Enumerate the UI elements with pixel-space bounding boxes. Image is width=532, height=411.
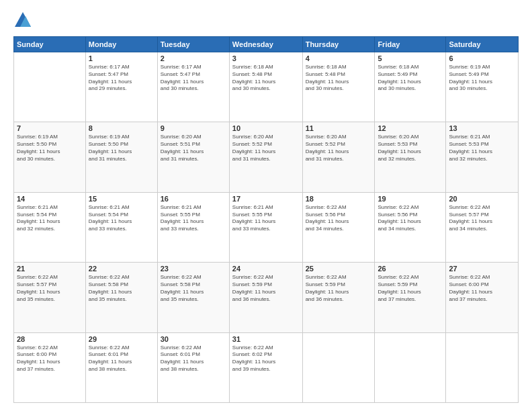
calendar-cell: 25Sunrise: 6:22 AM Sunset: 5:59 PM Dayli… bbox=[302, 263, 375, 332]
day-number: 25 bbox=[306, 265, 372, 273]
calendar-cell bbox=[302, 332, 375, 402]
header bbox=[13, 11, 519, 30]
day-number: 11 bbox=[306, 124, 372, 132]
day-info: Sunrise: 6:22 AM Sunset: 5:56 PM Dayligh… bbox=[378, 204, 443, 233]
day-info: Sunrise: 6:22 AM Sunset: 5:59 PM Dayligh… bbox=[306, 274, 372, 303]
calendar-cell: 1Sunrise: 6:17 AM Sunset: 5:47 PM Daylig… bbox=[85, 52, 157, 122]
day-number: 13 bbox=[449, 124, 515, 132]
day-info: Sunrise: 6:21 AM Sunset: 5:55 PM Dayligh… bbox=[161, 204, 226, 233]
calendar-cell: 8Sunrise: 6:19 AM Sunset: 5:50 PM Daylig… bbox=[85, 122, 157, 192]
day-number: 2 bbox=[161, 54, 226, 62]
calendar-cell: 4Sunrise: 6:18 AM Sunset: 5:48 PM Daylig… bbox=[302, 52, 375, 122]
calendar-table: SundayMondayTuesdayWednesdayThursdayFrid… bbox=[13, 36, 519, 403]
calendar-week-2: 7Sunrise: 6:19 AM Sunset: 5:50 PM Daylig… bbox=[14, 122, 519, 192]
day-number: 12 bbox=[378, 124, 443, 132]
day-info: Sunrise: 6:19 AM Sunset: 5:50 PM Dayligh… bbox=[89, 134, 154, 163]
calendar-cell: 30Sunrise: 6:22 AM Sunset: 6:01 PM Dayli… bbox=[157, 332, 229, 402]
calendar-cell: 15Sunrise: 6:21 AM Sunset: 5:54 PM Dayli… bbox=[85, 192, 157, 262]
calendar-cell: 18Sunrise: 6:22 AM Sunset: 5:56 PM Dayli… bbox=[302, 192, 375, 262]
day-number: 18 bbox=[306, 195, 372, 203]
calendar-cell: 7Sunrise: 6:19 AM Sunset: 5:50 PM Daylig… bbox=[14, 122, 86, 192]
day-number: 20 bbox=[449, 195, 515, 203]
day-number: 31 bbox=[232, 335, 300, 343]
calendar-cell: 16Sunrise: 6:21 AM Sunset: 5:55 PM Dayli… bbox=[157, 192, 229, 262]
calendar-cell: 10Sunrise: 6:20 AM Sunset: 5:52 PM Dayli… bbox=[229, 122, 302, 192]
day-info: Sunrise: 6:22 AM Sunset: 6:00 PM Dayligh… bbox=[17, 345, 83, 373]
day-info: Sunrise: 6:22 AM Sunset: 5:58 PM Dayligh… bbox=[161, 274, 226, 303]
day-info: Sunrise: 6:22 AM Sunset: 6:00 PM Dayligh… bbox=[449, 274, 515, 303]
calendar-cell: 14Sunrise: 6:21 AM Sunset: 5:54 PM Dayli… bbox=[14, 192, 86, 262]
calendar-cell: 24Sunrise: 6:22 AM Sunset: 5:59 PM Dayli… bbox=[229, 263, 302, 332]
calendar-week-3: 14Sunrise: 6:21 AM Sunset: 5:54 PM Dayli… bbox=[14, 192, 519, 262]
page: SundayMondayTuesdayWednesdayThursdayFrid… bbox=[0, 0, 532, 411]
day-number: 14 bbox=[17, 195, 83, 203]
calendar-cell: 20Sunrise: 6:22 AM Sunset: 5:57 PM Dayli… bbox=[446, 192, 519, 262]
day-info: Sunrise: 6:20 AM Sunset: 5:51 PM Dayligh… bbox=[161, 134, 226, 163]
day-number: 1 bbox=[89, 54, 154, 62]
calendar-cell: 17Sunrise: 6:21 AM Sunset: 5:55 PM Dayli… bbox=[229, 192, 302, 262]
day-number: 16 bbox=[161, 195, 226, 203]
calendar-week-1: 1Sunrise: 6:17 AM Sunset: 5:47 PM Daylig… bbox=[14, 52, 519, 122]
day-number: 28 bbox=[17, 335, 83, 343]
calendar-cell: 3Sunrise: 6:18 AM Sunset: 5:48 PM Daylig… bbox=[229, 52, 302, 122]
calendar-cell: 6Sunrise: 6:19 AM Sunset: 5:49 PM Daylig… bbox=[446, 52, 519, 122]
calendar-cell: 12Sunrise: 6:20 AM Sunset: 5:53 PM Dayli… bbox=[375, 122, 446, 192]
calendar-cell: 28Sunrise: 6:22 AM Sunset: 6:00 PM Dayli… bbox=[14, 332, 86, 402]
day-info: Sunrise: 6:18 AM Sunset: 5:48 PM Dayligh… bbox=[232, 64, 300, 93]
calendar-cell bbox=[14, 52, 86, 122]
calendar-week-4: 21Sunrise: 6:22 AM Sunset: 5:57 PM Dayli… bbox=[14, 263, 519, 332]
day-number: 9 bbox=[161, 124, 226, 132]
calendar-cell: 11Sunrise: 6:20 AM Sunset: 5:52 PM Dayli… bbox=[302, 122, 375, 192]
day-info: Sunrise: 6:20 AM Sunset: 5:53 PM Dayligh… bbox=[378, 134, 443, 163]
day-number: 7 bbox=[17, 124, 83, 132]
day-number: 6 bbox=[449, 54, 515, 62]
weekday-header-thursday: Thursday bbox=[302, 37, 375, 52]
calendar-cell bbox=[446, 332, 519, 402]
logo bbox=[13, 11, 35, 30]
day-info: Sunrise: 6:19 AM Sunset: 5:49 PM Dayligh… bbox=[449, 64, 515, 93]
day-info: Sunrise: 6:22 AM Sunset: 5:58 PM Dayligh… bbox=[89, 274, 154, 303]
calendar-cell: 13Sunrise: 6:21 AM Sunset: 5:53 PM Dayli… bbox=[446, 122, 519, 192]
calendar-cell: 27Sunrise: 6:22 AM Sunset: 6:00 PM Dayli… bbox=[446, 263, 519, 332]
day-number: 26 bbox=[378, 265, 443, 273]
calendar-cell: 21Sunrise: 6:22 AM Sunset: 5:57 PM Dayli… bbox=[14, 263, 86, 332]
day-number: 19 bbox=[378, 195, 443, 203]
calendar-cell: 9Sunrise: 6:20 AM Sunset: 5:51 PM Daylig… bbox=[157, 122, 229, 192]
day-info: Sunrise: 6:19 AM Sunset: 5:50 PM Dayligh… bbox=[17, 134, 83, 163]
day-info: Sunrise: 6:17 AM Sunset: 5:47 PM Dayligh… bbox=[89, 64, 154, 93]
calendar-cell bbox=[375, 332, 446, 402]
day-number: 17 bbox=[232, 195, 300, 203]
calendar-cell: 2Sunrise: 6:17 AM Sunset: 5:47 PM Daylig… bbox=[157, 52, 229, 122]
day-info: Sunrise: 6:20 AM Sunset: 5:52 PM Dayligh… bbox=[232, 134, 300, 163]
day-number: 24 bbox=[232, 265, 300, 273]
day-info: Sunrise: 6:22 AM Sunset: 5:59 PM Dayligh… bbox=[378, 274, 443, 303]
day-info: Sunrise: 6:21 AM Sunset: 5:55 PM Dayligh… bbox=[232, 204, 300, 233]
weekday-header-row: SundayMondayTuesdayWednesdayThursdayFrid… bbox=[14, 37, 519, 52]
day-info: Sunrise: 6:21 AM Sunset: 5:53 PM Dayligh… bbox=[449, 134, 515, 163]
day-number: 23 bbox=[161, 265, 226, 273]
day-number: 22 bbox=[89, 265, 154, 273]
day-info: Sunrise: 6:22 AM Sunset: 5:59 PM Dayligh… bbox=[232, 274, 300, 303]
day-info: Sunrise: 6:22 AM Sunset: 5:56 PM Dayligh… bbox=[306, 204, 372, 233]
day-info: Sunrise: 6:21 AM Sunset: 5:54 PM Dayligh… bbox=[89, 204, 154, 233]
day-number: 5 bbox=[378, 54, 443, 62]
weekday-header-sunday: Sunday bbox=[14, 37, 86, 52]
day-info: Sunrise: 6:22 AM Sunset: 5:57 PM Dayligh… bbox=[17, 274, 83, 303]
day-number: 8 bbox=[89, 124, 154, 132]
calendar-cell: 5Sunrise: 6:18 AM Sunset: 5:49 PM Daylig… bbox=[375, 52, 446, 122]
weekday-header-tuesday: Tuesday bbox=[157, 37, 229, 52]
day-info: Sunrise: 6:18 AM Sunset: 5:49 PM Dayligh… bbox=[378, 64, 443, 93]
weekday-header-wednesday: Wednesday bbox=[229, 37, 302, 52]
day-info: Sunrise: 6:22 AM Sunset: 5:57 PM Dayligh… bbox=[449, 204, 515, 233]
day-info: Sunrise: 6:22 AM Sunset: 6:01 PM Dayligh… bbox=[89, 345, 154, 373]
weekday-header-monday: Monday bbox=[85, 37, 157, 52]
calendar-week-5: 28Sunrise: 6:22 AM Sunset: 6:00 PM Dayli… bbox=[14, 332, 519, 402]
day-info: Sunrise: 6:22 AM Sunset: 6:01 PM Dayligh… bbox=[161, 345, 226, 373]
calendar-cell: 23Sunrise: 6:22 AM Sunset: 5:58 PM Dayli… bbox=[157, 263, 229, 332]
calendar-cell: 29Sunrise: 6:22 AM Sunset: 6:01 PM Dayli… bbox=[85, 332, 157, 402]
calendar-cell: 22Sunrise: 6:22 AM Sunset: 5:58 PM Dayli… bbox=[85, 263, 157, 332]
day-number: 3 bbox=[232, 54, 300, 62]
weekday-header-friday: Friday bbox=[375, 37, 446, 52]
calendar-cell: 19Sunrise: 6:22 AM Sunset: 5:56 PM Dayli… bbox=[375, 192, 446, 262]
day-info: Sunrise: 6:21 AM Sunset: 5:54 PM Dayligh… bbox=[17, 204, 83, 233]
